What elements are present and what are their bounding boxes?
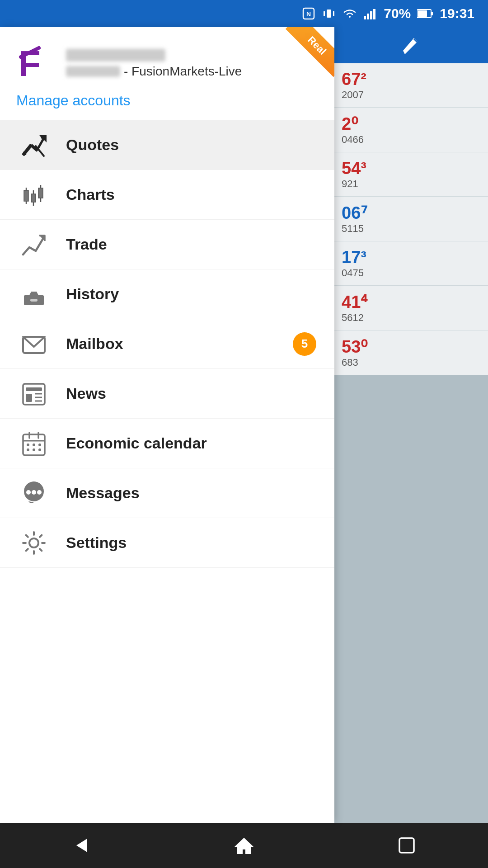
svg-text:N: N (306, 10, 311, 18)
status-bar: N (0, 0, 488, 27)
drawer-header: Real F - FusionMarkets-Live (0, 27, 334, 120)
messages-icon (18, 477, 50, 509)
svg-rect-6 (367, 14, 369, 19)
economic-calendar-label: Economic calendar (66, 434, 207, 452)
svg-rect-8 (373, 9, 375, 19)
account-info: - FusionMarkets-Live (66, 49, 242, 79)
svg-rect-34 (26, 387, 42, 391)
svg-rect-24 (31, 194, 36, 202)
bg-quote-row-2: 54³ 921 (334, 152, 488, 197)
svg-rect-10 (431, 12, 433, 15)
svg-rect-7 (370, 11, 372, 19)
quote-sub-2: 921 (342, 178, 481, 190)
settings-label: Settings (66, 534, 127, 552)
home-button[interactable] (221, 823, 267, 868)
svg-point-52 (37, 490, 42, 495)
vibrate-icon (322, 7, 336, 20)
quote-sub-4: 0475 (342, 267, 481, 279)
logo-row: F - FusionMarkets-Live (16, 43, 318, 84)
trade-label: Trade (66, 236, 107, 253)
quote-price-6: 53⁰ (342, 337, 481, 357)
battery-percentage: 70% (384, 6, 411, 21)
account-number-blurred (66, 66, 120, 77)
sidebar-item-quotes[interactable]: Quotes (0, 120, 334, 170)
svg-marker-56 (235, 838, 253, 854)
bg-quote-row-6: 53⁰ 683 (334, 330, 488, 375)
svg-point-45 (38, 443, 41, 446)
quote-price-2: 54³ (342, 159, 481, 178)
status-icons: N (301, 6, 474, 21)
history-label: History (66, 285, 119, 303)
mailbox-badge: 5 (293, 332, 316, 356)
bg-quote-row-4: 17³ 0475 (334, 241, 488, 286)
news-icon (18, 378, 50, 410)
history-icon (18, 278, 50, 310)
time-display: 19:31 (440, 6, 474, 21)
quote-sub-6: 683 (342, 357, 481, 368)
svg-point-48 (38, 448, 41, 451)
svg-marker-55 (76, 839, 87, 852)
bg-top-bar (334, 27, 488, 63)
svg-point-46 (27, 448, 29, 451)
recent-apps-button[interactable] (384, 823, 429, 868)
manage-accounts-link[interactable]: Manage accounts (16, 92, 318, 109)
mailbox-label: Mailbox (66, 335, 123, 353)
account-server: - FusionMarkets-Live (124, 64, 242, 79)
sidebar-item-history[interactable]: History (0, 269, 334, 319)
bottom-nav (0, 823, 488, 868)
back-button[interactable] (59, 823, 104, 868)
charts-icon (18, 179, 50, 211)
drawer-menu: Quotes (0, 120, 334, 823)
quote-sub-3: 5115 (342, 223, 481, 235)
svg-point-43 (27, 443, 29, 446)
account-server-row: - FusionMarkets-Live (66, 64, 242, 79)
bg-quotes-list: 67² 2007 2⁰ 0466 54³ 921 06⁷ 5115 17³ 04… (334, 63, 488, 823)
svg-rect-3 (324, 11, 325, 16)
sidebar-item-charts[interactable]: Charts (0, 170, 334, 220)
quote-price-1: 2⁰ (342, 114, 481, 134)
quote-price-5: 41⁴ (342, 292, 481, 312)
news-label: News (66, 385, 106, 402)
bg-quote-row-1: 2⁰ 0466 (334, 108, 488, 152)
settings-icon (18, 527, 50, 559)
svg-point-51 (32, 490, 36, 495)
svg-point-47 (33, 448, 35, 451)
svg-point-53 (29, 538, 38, 547)
edit-icon (400, 34, 422, 56)
quote-price-0: 67² (342, 70, 481, 89)
sidebar-item-economic-calendar[interactable]: Economic calendar (0, 419, 334, 468)
sidebar-item-mailbox[interactable]: Mailbox 5 (0, 319, 334, 369)
svg-rect-11 (418, 10, 427, 17)
svg-rect-27 (38, 188, 43, 198)
quote-price-3: 06⁷ (342, 203, 481, 223)
quote-sub-0: 2007 (342, 89, 481, 101)
mailbox-icon (18, 328, 50, 360)
battery-icon (417, 9, 433, 19)
nfc-icon: N (301, 6, 316, 21)
sidebar-item-trade[interactable]: Trade (0, 220, 334, 269)
bg-quote-row-3: 06⁷ 5115 (334, 197, 488, 241)
bg-quote-row-0: 67² 2007 (334, 63, 488, 108)
svg-rect-21 (24, 190, 28, 201)
quotes-icon (18, 129, 50, 161)
sidebar-item-messages[interactable]: Messages (0, 468, 334, 518)
economic-calendar-icon (18, 428, 50, 459)
quote-sub-5: 5612 (342, 312, 481, 324)
trade-icon (18, 229, 50, 260)
quote-price-4: 17³ (342, 248, 481, 267)
background-content: 67² 2007 2⁰ 0466 54³ 921 06⁷ 5115 17³ 04… (334, 27, 488, 823)
svg-rect-35 (26, 394, 32, 402)
sidebar-item-news[interactable]: News (0, 369, 334, 419)
messages-label: Messages (66, 484, 140, 502)
account-name-blurred (66, 49, 165, 61)
quotes-label: Quotes (66, 136, 119, 154)
svg-point-44 (33, 443, 35, 446)
quote-sub-1: 0466 (342, 134, 481, 146)
svg-rect-2 (327, 9, 331, 18)
svg-rect-4 (333, 11, 334, 16)
svg-rect-31 (30, 299, 38, 302)
real-badge: Real (276, 27, 334, 86)
real-badge-label: Real (285, 27, 334, 77)
svg-rect-5 (364, 16, 366, 19)
sidebar-item-settings[interactable]: Settings (0, 518, 334, 568)
